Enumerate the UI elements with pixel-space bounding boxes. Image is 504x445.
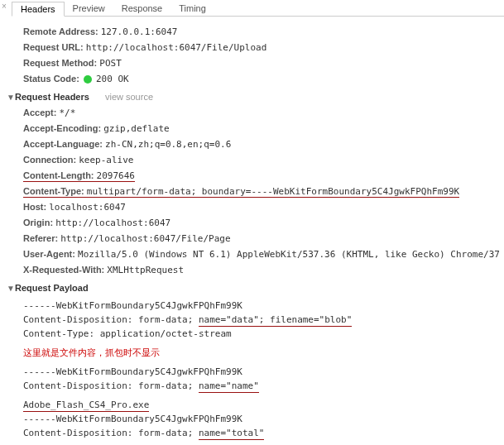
request-headers-title: Request Headers: [15, 92, 89, 102]
content-type-line: Content-Type: application/octet-stream: [23, 327, 504, 341]
accept-language-value: zh-CN,zh;q=0.8,en;q=0.6: [105, 139, 231, 150]
host-value: localhost:6047: [49, 202, 126, 213]
accept-encoding-label: Accept-Encoding:: [23, 123, 101, 133]
connection-value: keep-alive: [79, 155, 133, 165]
payload-body: ------WebKitFormBoundary5C4JgwkFPQhFm99K…: [17, 299, 504, 445]
user-agent-value: Mozilla/5.0 (Windows NT 6.1) AppleWebKit…: [78, 249, 500, 260]
filename-value: Adobe_Flash_CS4_Pro.exe: [23, 400, 149, 412]
xrw-label: X-Requested-With:: [23, 265, 104, 275]
content-disposition-total: name="total": [199, 428, 264, 440]
request-headers-list: Accept: */* Accept-Encoding: gzip,deflat…: [17, 105, 504, 278]
content-type-value: multipart/form-data; boundary=----WebKit…: [87, 186, 459, 197]
tabs-bar: Headers Preview Response Timing: [12, 0, 504, 17]
boundary-line: ------WebKitFormBoundary5C4JgwkFPQhFm99K: [23, 299, 504, 313]
referer-label: Referer:: [23, 233, 58, 243]
status-code-label: Status Code:: [23, 74, 79, 84]
request-url-value: http://localhost:6047/File/Upload: [86, 42, 267, 53]
view-source-link[interactable]: view source: [105, 92, 153, 102]
request-method-value: POST: [99, 58, 122, 69]
connection-label: Connection:: [23, 155, 76, 165]
content-disposition-name: name="name": [199, 380, 259, 393]
accept-label: Accept:: [23, 108, 56, 117]
general-section: Remote Address: 127.0.0.1:6047 Request U…: [17, 24, 504, 87]
accept-language-label: Accept-Language:: [23, 139, 103, 149]
tab-response[interactable]: Response: [113, 2, 171, 16]
tab-preview[interactable]: Preview: [65, 2, 113, 16]
status-dot-icon: [84, 75, 92, 84]
host-label: Host:: [23, 202, 46, 212]
accept-value: */*: [59, 108, 75, 118]
content-length-label: Content-Length:: [23, 170, 94, 180]
annotation-note: 这里就是文件内容，抓包时不显示: [23, 346, 504, 360]
request-payload-section[interactable]: ▼Request Payload: [7, 280, 504, 296]
origin-value: http://localhost:6047: [55, 218, 170, 228]
headers-content: Remote Address: 127.0.0.1:6047 Request U…: [0, 17, 504, 445]
tab-timing[interactable]: Timing: [170, 2, 214, 16]
remote-address-value: 127.0.0.1:6047: [101, 26, 178, 37]
content-disposition-prefix: Content-Disposition: form-data;: [23, 314, 199, 325]
disclosure-triangle-icon: ▼: [7, 90, 15, 105]
content-type-label: Content-Type:: [23, 186, 84, 196]
remote-address-label: Remote Address:: [23, 26, 98, 36]
tab-headers[interactable]: Headers: [12, 2, 65, 17]
xrw-value: XMLHttpRequest: [107, 265, 184, 275]
boundary-line: ------WebKitFormBoundary5C4JgwkFPQhFm99K: [23, 365, 504, 379]
referer-value: http://localhost:6047/File/Page: [60, 233, 230, 244]
boundary-line: ------WebKitFormBoundary5C4JgwkFPQhFm99K: [23, 412, 504, 426]
content-disposition-prefix: Content-Disposition: form-data;: [23, 380, 199, 391]
disclosure-triangle-icon: ▼: [7, 281, 15, 296]
accept-encoding-value: gzip,deflate: [103, 123, 169, 134]
request-headers-section[interactable]: ▼Request Headers view source: [7, 89, 504, 105]
request-method-label: Request Method:: [23, 58, 97, 68]
request-payload-title: Request Payload: [15, 283, 89, 293]
user-agent-label: User-Agent:: [23, 249, 75, 259]
status-code-value: 200 OK: [96, 74, 129, 84]
content-disposition-data: name="data"; filename="blob": [199, 314, 352, 327]
content-disposition-prefix: Content-Disposition: form-data;: [23, 428, 199, 438]
request-url-label: Request URL:: [23, 42, 84, 52]
close-icon[interactable]: ×: [2, 3, 8, 10]
content-length-value: 2097646: [97, 170, 135, 181]
origin-label: Origin:: [23, 218, 53, 227]
